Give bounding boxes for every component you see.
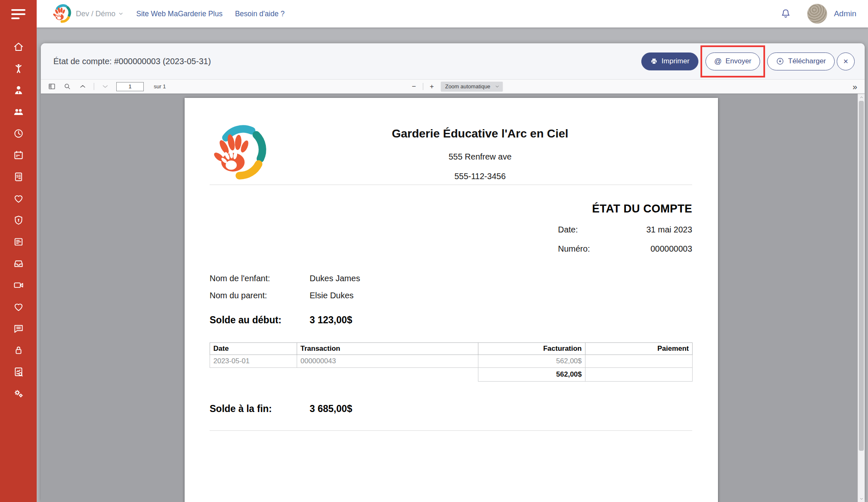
sidebar-item-settings[interactable] <box>12 387 25 399</box>
chevron-down-icon <box>495 84 500 89</box>
video-camera-icon <box>13 280 24 291</box>
toggle-sidebar-icon[interactable] <box>48 82 56 91</box>
viewer-scrollbar[interactable] <box>858 94 865 502</box>
zoom-in-button[interactable]: + <box>428 82 435 91</box>
child-row: Nom de l'enfant: Dukes James <box>210 274 692 283</box>
hamburger-menu-icon[interactable] <box>11 9 25 19</box>
environment-label: Dev / Démo <box>76 10 115 18</box>
form-icon <box>13 236 24 247</box>
topbar-right: Admin <box>780 4 856 24</box>
more-tools-button[interactable]: » <box>853 82 865 91</box>
sidebar-item-security[interactable] <box>12 214 25 226</box>
home-icon <box>13 41 24 52</box>
sidebar-item-staff[interactable] <box>12 84 25 96</box>
child-label: Nom de l'enfant: <box>210 274 310 283</box>
environment-dropdown[interactable]: Dev / Démo <box>76 10 124 18</box>
print-button[interactable]: Imprimer <box>641 52 698 70</box>
next-page-icon[interactable] <box>101 82 110 91</box>
organization-address: 555 Renfrew ave <box>268 152 692 162</box>
user-avatar[interactable] <box>807 4 827 24</box>
statement-title: ÉTAT DU COMPTE <box>558 202 692 215</box>
parent-label: Nom du parent: <box>210 291 310 300</box>
child-icon <box>13 63 24 74</box>
toolbar-separator <box>94 83 94 90</box>
download-button[interactable]: Télécharger <box>767 52 835 70</box>
chevron-down-icon <box>118 11 124 17</box>
sidebar-item-messages[interactable] <box>12 322 25 334</box>
previous-page-icon[interactable] <box>78 82 87 91</box>
notifications-bell-icon[interactable] <box>780 8 791 20</box>
sidebar-item-schedule[interactable] <box>12 127 25 139</box>
parent-value: Elsie Dukes <box>310 291 354 300</box>
divider <box>210 185 692 185</box>
number-value: 000000003 <box>650 244 692 254</box>
sidebar-item-cameras[interactable] <box>12 279 25 291</box>
pdf-page: Garderie Éducative l'Arc en Ciel 555 Ren… <box>185 98 718 502</box>
cell-date: 2023-05-01 <box>210 355 297 368</box>
sidebar-item-calendar[interactable] <box>12 149 25 161</box>
sidebar-item-health[interactable] <box>12 192 25 204</box>
sidebar-item-families[interactable] <box>12 106 25 117</box>
person-tie-icon <box>13 85 24 96</box>
cell-facturation: 562,00$ <box>478 355 585 368</box>
col-facturation: Facturation <box>478 343 585 355</box>
print-label: Imprimer <box>662 57 690 65</box>
sidebar-item-billing[interactable]: $ <box>12 171 25 182</box>
pdf-toolbar-center: − + Zoom automatique <box>410 82 503 92</box>
table-total-row: 562,00$ <box>210 368 693 382</box>
svg-text:$: $ <box>16 174 18 178</box>
zoom-select[interactable]: Zoom automatique <box>440 82 503 92</box>
table-row: 2023-05-01 000000043 562,00$ <box>210 355 693 368</box>
magarderie-logo[interactable] <box>52 4 72 24</box>
child-value: Dukes James <box>310 274 360 283</box>
user-name[interactable]: Admin <box>834 9 856 18</box>
search-icon[interactable] <box>63 82 72 91</box>
scroll-up-icon[interactable] <box>858 94 865 100</box>
statement-modal: État de compte: #000000003 (2023-05-31) … <box>41 43 865 502</box>
pdf-viewer: Garderie Éducative l'Arc en Ciel 555 Ren… <box>41 94 865 502</box>
people-icon <box>13 106 24 117</box>
sidebar-item-home[interactable] <box>12 41 25 52</box>
link-help[interactable]: Besoin d'aide ? <box>235 10 285 18</box>
calendar-icon <box>13 150 24 161</box>
organization-phone: 555-112-3456 <box>268 172 692 181</box>
send-button[interactable]: @ Envoyer <box>705 52 760 70</box>
annotation-highlight: @ Envoyer <box>700 45 765 77</box>
inbox-icon <box>13 258 24 269</box>
link-site-web[interactable]: Site Web MaGarderie Plus <box>136 10 223 18</box>
total-paiement <box>585 368 693 382</box>
modal-header: État de compte: #000000003 (2023-05-31) … <box>41 43 865 80</box>
organization-name: Garderie Éducative l'Arc en Ciel <box>268 127 692 140</box>
sidebar-item-children[interactable] <box>12 62 25 74</box>
heart-icon <box>13 301 24 312</box>
sidebar-nav: $ <box>12 41 25 399</box>
heart-icon <box>13 193 24 204</box>
scroll-down-icon[interactable] <box>858 495 865 502</box>
zoom-out-button[interactable]: − <box>410 82 418 91</box>
sidebar-item-reports[interactable] <box>12 366 25 377</box>
shield-icon <box>13 215 24 226</box>
printer-icon <box>650 57 658 65</box>
page-number-input[interactable] <box>116 82 144 91</box>
sidebar-item-privacy[interactable] <box>12 344 25 356</box>
document-header-text: Garderie Éducative l'Arc en Ciel 555 Ren… <box>268 124 692 182</box>
scrollbar-thumb[interactable] <box>859 101 864 451</box>
cell-transaction: 000000043 <box>297 355 478 368</box>
close-button[interactable]: × <box>837 52 855 70</box>
sidebar-item-inbox[interactable] <box>12 257 25 269</box>
document-header: Garderie Éducative l'Arc en Ciel 555 Ren… <box>210 98 692 182</box>
date-value: 31 mai 2023 <box>646 225 692 235</box>
sidebar-item-forms[interactable] <box>12 236 25 247</box>
parties-section: Nom de l'enfant: Dukes James Nom du pare… <box>210 274 692 300</box>
toolbar-separator <box>423 83 423 90</box>
transactions-table: Date Transaction Facturation Paiement 20… <box>210 342 693 382</box>
sidebar: $ <box>0 0 37 502</box>
daycare-logo <box>210 124 268 182</box>
col-paiement: Paiement <box>585 343 693 355</box>
page-count-label: sur 1 <box>154 83 166 90</box>
pdf-toolbar: sur 1 − + Zoom automatique » <box>41 80 865 94</box>
report-icon <box>13 366 24 377</box>
sidebar-item-favorites[interactable] <box>12 301 25 312</box>
app-root: $ Dev / D <box>0 0 868 502</box>
parent-row: Nom du parent: Elsie Dukes <box>210 291 692 300</box>
